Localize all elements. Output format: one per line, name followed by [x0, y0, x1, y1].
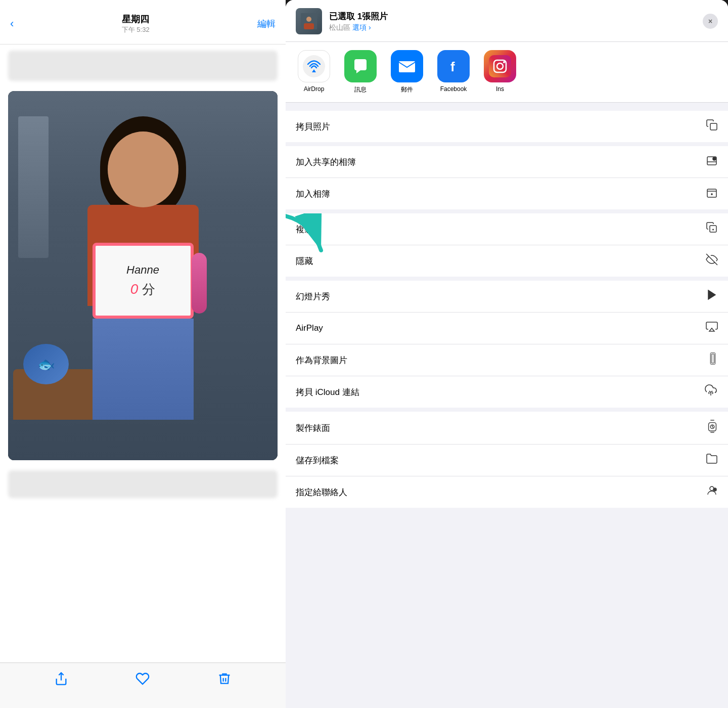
- right-panel: 已選取 1張照片 松山區 選項 › ×: [286, 0, 728, 708]
- share-title-block: 已選取 1張照片 松山區 選項 ›: [329, 11, 696, 32]
- facebook-icon: f: [437, 50, 470, 82]
- blurred-row-bottom: [8, 470, 278, 498]
- svg-rect-28: [711, 354, 714, 363]
- action-wallpaper[interactable]: 作為背景圖片: [286, 344, 728, 376]
- action-icloud-link[interactable]: 拷貝 iCloud 連結: [286, 376, 728, 408]
- action-list: 拷貝照片 加入共享的相簿: [286, 103, 728, 708]
- left-panel: ‹ 星期四 下午 5:32 編輯 🐟 Hanne: [0, 0, 286, 708]
- action-group-4: 幻燈片秀 AirPlay: [286, 281, 728, 408]
- svg-point-16: [713, 157, 716, 160]
- copy-photo-icon: [706, 119, 718, 134]
- favorite-button[interactable]: [135, 672, 150, 689]
- action-copy-photo[interactable]: 拷貝照片: [286, 111, 728, 142]
- messages-icon: [344, 50, 377, 82]
- svg-rect-10: [489, 55, 511, 77]
- action-hide[interactable]: 隱藏: [286, 245, 728, 277]
- nav-title-block: 星期四 下午 5:32: [122, 13, 150, 34]
- action-label-icloud-link: 拷貝 iCloud 連結: [296, 386, 359, 398]
- instagram-label: Ins: [496, 85, 504, 93]
- share-subtitle: 松山區 選項 ›: [329, 23, 696, 32]
- back-button[interactable]: ‹: [10, 17, 14, 30]
- svg-text:f: f: [450, 59, 455, 74]
- action-label-airplay: AirPlay: [296, 323, 323, 333]
- app-item-instagram[interactable]: Ins: [482, 50, 518, 94]
- app-item-facebook[interactable]: f Facebook: [435, 50, 472, 94]
- svg-line-35: [712, 427, 713, 428]
- share-close-button[interactable]: ×: [703, 14, 718, 29]
- nav-bar: ‹ 星期四 下午 5:32 編輯: [0, 0, 286, 45]
- action-slideshow[interactable]: 幻燈片秀: [286, 281, 728, 313]
- svg-rect-3: [304, 23, 314, 29]
- app-item-messages[interactable]: 訊息: [342, 50, 379, 94]
- share-options-link[interactable]: 選項 ›: [352, 23, 371, 32]
- share-sheet: 已選取 1張照片 松山區 選項 › ×: [286, 0, 728, 708]
- photo-image: 🐟 Hanne 0 分: [8, 91, 278, 460]
- icloud-link-icon: [705, 384, 718, 400]
- action-group-2: 加入共享的相簿 加入相簿: [286, 146, 728, 209]
- facebook-label: Facebook: [440, 85, 467, 93]
- whiteboard-score: 0 分: [130, 281, 156, 298]
- whiteboard-hanne: Hanne: [126, 263, 159, 277]
- mail-icon: [391, 50, 423, 82]
- wallpaper-icon: [708, 352, 718, 368]
- share-button[interactable]: [54, 672, 68, 689]
- action-label-copy-photo: 拷貝照片: [296, 121, 330, 132]
- app-row: AirDrop 訊息: [286, 42, 728, 103]
- mail-label: 郵件: [401, 85, 413, 94]
- action-watch-face[interactable]: 製作錶面: [286, 412, 728, 445]
- assign-contact-icon: [706, 484, 718, 500]
- svg-point-2: [306, 17, 311, 22]
- action-group-3: 複製: [286, 213, 728, 277]
- save-files-icon: [706, 453, 718, 468]
- airplay-icon: [706, 321, 718, 336]
- action-assign-contact[interactable]: 指定給聯絡人: [286, 476, 728, 508]
- action-label-wallpaper: 作為背景圖片: [296, 355, 347, 366]
- action-label-save-files: 儲存到檔案: [296, 455, 339, 466]
- action-shared-album[interactable]: 加入共享的相簿: [286, 146, 728, 178]
- svg-marker-25: [708, 290, 715, 299]
- delete-button[interactable]: [217, 672, 232, 689]
- messages-label: 訊息: [354, 85, 367, 94]
- photo-container[interactable]: 🐟 Hanne 0 分: [8, 91, 278, 460]
- action-label-watch-face: 製作錶面: [296, 422, 330, 434]
- shared-album-icon: [706, 154, 718, 169]
- edit-button[interactable]: 編輯: [257, 18, 276, 30]
- svg-point-38: [714, 489, 716, 491]
- instagram-icon: [484, 50, 516, 82]
- action-label-assign-contact: 指定給聯絡人: [296, 486, 347, 498]
- action-airplay[interactable]: AirPlay: [286, 313, 728, 344]
- app-item-airdrop[interactable]: AirDrop: [296, 50, 332, 94]
- action-label-slideshow: 幻燈片秀: [296, 291, 330, 302]
- airdrop-label: AirDrop: [304, 85, 325, 93]
- svg-marker-26: [709, 328, 714, 331]
- share-header: 已選取 1張照片 松山區 選項 › ×: [286, 0, 728, 42]
- share-title: 已選取 1張照片: [329, 11, 696, 22]
- app-item-mail[interactable]: 郵件: [389, 50, 425, 94]
- bottom-toolbar: [0, 662, 286, 708]
- action-label-hide: 隱藏: [296, 255, 313, 267]
- action-save-files[interactable]: 儲存到檔案: [286, 445, 728, 476]
- nav-subtitle: 下午 5:32: [122, 25, 150, 34]
- action-group-5: 製作錶面 儲存到檔案: [286, 412, 728, 508]
- watch-face-icon: [707, 420, 718, 436]
- action-label-duplicate: 複製: [296, 224, 313, 235]
- blurred-message-row: [8, 51, 278, 81]
- action-label-add-album: 加入相簿: [296, 188, 330, 200]
- action-group-1: 拷貝照片: [286, 111, 728, 142]
- action-duplicate[interactable]: 複製: [286, 213, 728, 245]
- svg-point-13: [503, 61, 505, 63]
- slideshow-icon: [706, 289, 718, 304]
- action-add-album[interactable]: 加入相簿: [286, 178, 728, 209]
- svg-rect-14: [710, 123, 717, 130]
- add-album-icon: [706, 186, 718, 201]
- share-location: 松山區: [329, 23, 350, 32]
- hide-icon: [706, 253, 718, 269]
- duplicate-icon: [706, 222, 718, 237]
- share-thumbnail: [296, 8, 322, 34]
- nav-title: 星期四: [122, 13, 150, 25]
- action-label-shared-album: 加入共享的相簿: [296, 156, 356, 168]
- airdrop-icon: [298, 50, 330, 82]
